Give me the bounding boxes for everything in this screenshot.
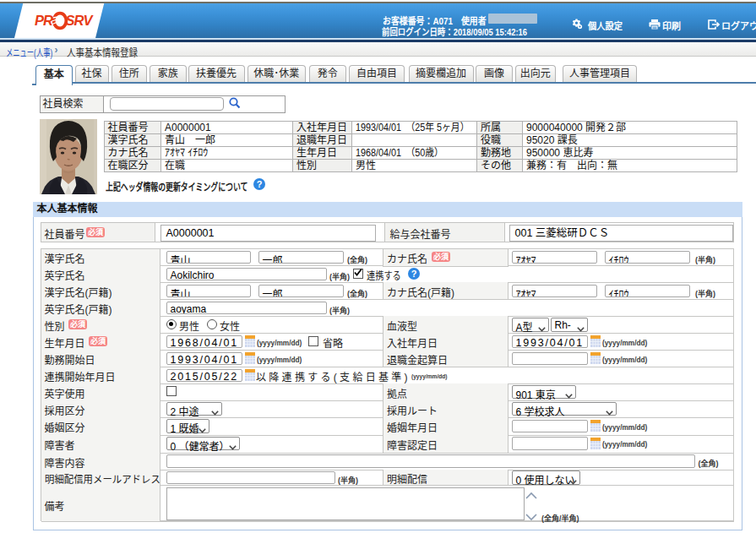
svg-text:SRV: SRV (66, 13, 95, 28)
svg-text:PR: PR (35, 13, 53, 28)
